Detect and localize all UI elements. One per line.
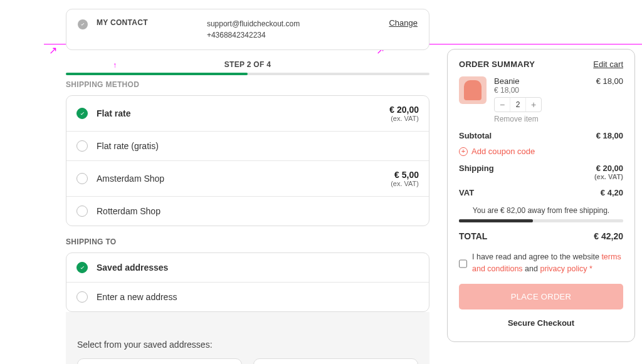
total-value: € 42,20: [594, 231, 623, 241]
shipping-to-new[interactable]: Enter a new address: [66, 283, 429, 311]
contact-email: support@fluidcheckout.com: [207, 18, 300, 29]
secure-checkout-label: Secure Checkout: [459, 318, 623, 328]
order-summary-card: ORDER SUMMARY Edit cart Beanie € 18,00 −…: [447, 49, 635, 342]
contact-title: MY CONTACT: [97, 18, 148, 27]
change-contact-link[interactable]: Change: [389, 18, 418, 28]
progress-step-label: STEP 2 OF 4: [66, 60, 429, 69]
option-label: Rotterdam Shop: [97, 206, 160, 216]
free-shipping-msg: You are € 82,00 away from free shipping.: [459, 206, 623, 215]
shipping-option-rotterdam[interactable]: Rotterdam Shop: [66, 197, 429, 226]
item-line-total: € 18,00: [596, 76, 623, 123]
saved-addresses-prompt: Select from your saved addresses:: [77, 340, 418, 350]
terms-checkbox-row[interactable]: I have read and agree to the website ter…: [459, 251, 623, 275]
shipping-option-amsterdam[interactable]: Amsterdam Shop € 5,00 (ex. VAT): [66, 161, 429, 197]
product-thumbnail: [459, 76, 487, 104]
shipping-to-saved[interactable]: Saved addresses: [66, 253, 429, 283]
option-price: € 20,00: [389, 105, 419, 115]
check-circle-icon: [78, 19, 88, 29]
qty-decrement-button[interactable]: −: [495, 98, 510, 112]
option-label: Flat rate (gratis): [97, 141, 159, 151]
radio-unchecked-icon: [76, 173, 88, 184]
qty-increment-button[interactable]: +: [526, 98, 541, 112]
required-asterisk: *: [589, 264, 592, 273]
privacy-link[interactable]: privacy policy: [540, 264, 587, 273]
option-price: € 5,00: [391, 170, 419, 180]
place-order-button[interactable]: PLACE ORDER: [459, 284, 623, 309]
shipping-label: Shipping: [459, 164, 494, 180]
shipping-method-heading: SHIPPING METHOD: [66, 80, 429, 89]
progress-bar-fill: [66, 73, 248, 75]
qty-value: 2: [510, 98, 526, 112]
subtotal-value: € 18,00: [596, 131, 623, 140]
terms-text: I have read and agree to the website ter…: [472, 251, 623, 275]
quantity-stepper[interactable]: − 2 +: [494, 97, 542, 112]
vat-label: VAT: [459, 188, 474, 197]
order-summary-title: ORDER SUMMARY: [459, 60, 535, 69]
line-item: Beanie € 18,00 − 2 + Remove item € 18,00: [459, 76, 623, 123]
coupon-label: Add coupon code: [471, 147, 535, 156]
radio-checked-icon: [76, 108, 88, 119]
edit-cart-link[interactable]: Edit cart: [593, 60, 623, 69]
contact-details: support@fluidcheckout.com +4368842342234: [207, 18, 300, 41]
item-name: Beanie: [494, 76, 589, 86]
shipping-note: (ex. VAT): [594, 173, 623, 180]
free-shipping-progress: [459, 219, 623, 222]
radio-unchecked-icon: [76, 140, 88, 152]
progress-bar: [66, 73, 429, 75]
shipping-to-options: Saved addresses Enter a new address: [66, 252, 429, 312]
plus-circle-icon: +: [459, 147, 468, 156]
contact-phone: +4368842342234: [207, 29, 300, 41]
option-label: Amsterdam Shop: [97, 174, 164, 184]
free-shipping-fill: [459, 219, 533, 222]
option-price-note: (ex. VAT): [389, 115, 419, 122]
option-label: Flat rate: [97, 108, 130, 118]
shipping-method-options: Flat rate € 20,00 (ex. VAT) Flat rate (g…: [66, 95, 429, 226]
address-card[interactable]: Test Company Label Somewhere Tallinn, CA…: [253, 358, 418, 364]
annotation-arrow: ↗: [49, 44, 57, 56]
address-card[interactable]: Diego (fake) 4811 Blackwell Street Ottaw…: [77, 358, 242, 364]
vat-value: € 4,20: [601, 188, 623, 197]
shipping-to-heading: SHIPPING TO: [66, 237, 429, 246]
add-coupon-link[interactable]: + Add coupon code: [459, 147, 623, 156]
shipping-option-flat-rate-gratis[interactable]: Flat rate (gratis): [66, 132, 429, 161]
item-unit-price: € 18,00: [494, 86, 589, 95]
radio-checked-icon: [76, 262, 88, 273]
terms-checkbox[interactable]: [459, 252, 467, 275]
radio-unchecked-icon: [76, 205, 88, 217]
subtotal-label: Subtotal: [459, 131, 492, 140]
contact-card: MY CONTACT support@fluidcheckout.com +43…: [66, 9, 429, 50]
shipping-option-flat-rate[interactable]: Flat rate € 20,00 (ex. VAT): [66, 96, 429, 132]
option-price-note: (ex. VAT): [391, 180, 419, 187]
total-label: TOTAL: [459, 231, 487, 241]
radio-unchecked-icon: [76, 291, 88, 303]
option-label: Saved addresses: [97, 263, 168, 273]
remove-item-link[interactable]: Remove item: [494, 115, 589, 123]
option-label: Enter a new address: [97, 292, 177, 302]
progress-section: STEP 2 OF 4: [66, 60, 429, 75]
shipping-value: € 20,00: [594, 164, 623, 173]
annotation-arrow-small: ↑: [113, 61, 117, 70]
